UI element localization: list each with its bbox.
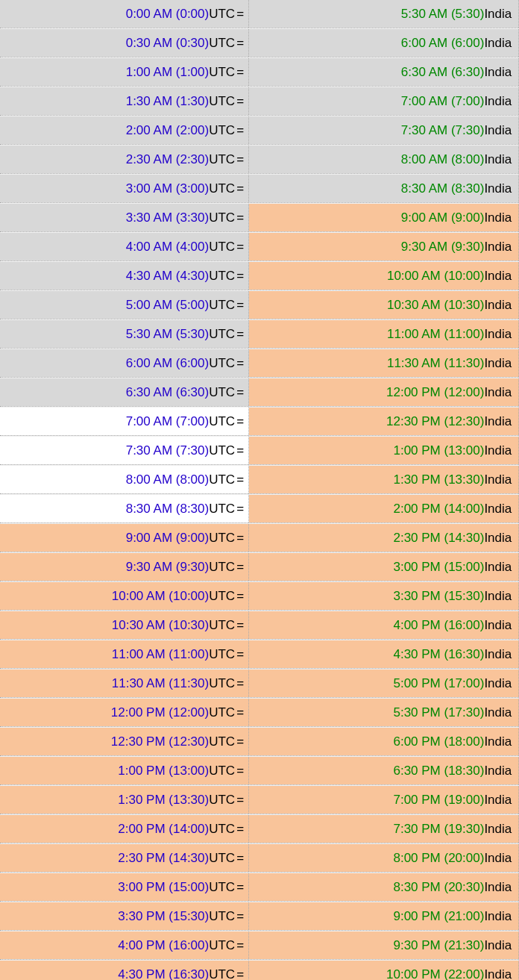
utc-time: 12:30 PM (12:30) <box>111 734 209 749</box>
utc-cell: 8:30 AM (8:30) UTC = <box>0 495 249 522</box>
india-time: 11:30 AM (11:30) <box>387 356 484 371</box>
utc-label: UTC <box>209 36 235 51</box>
table-row: 1:30 AM (1:30) UTC =7:00 AM (7:00) India <box>0 87 519 116</box>
india-cell: 10:00 AM (10:00) India <box>249 262 519 290</box>
equals-sign: = <box>236 7 244 22</box>
india-label: India <box>484 647 512 662</box>
table-row: 4:30 PM (16:30) UTC =10:00 PM (22:00) In… <box>0 961 519 980</box>
india-cell: 3:30 PM (15:30) India <box>249 582 519 610</box>
india-time: 9:00 AM (9:00) <box>401 210 485 225</box>
timezone-conversion-table: 0:00 AM (0:00) UTC =5:30 AM (5:30) India… <box>0 0 519 980</box>
utc-time: 4:30 AM (4:30) <box>126 269 210 284</box>
equals-sign: = <box>236 618 244 633</box>
utc-label: UTC <box>209 327 235 342</box>
india-cell: 2:00 PM (14:00) India <box>249 495 519 522</box>
india-cell: 12:30 PM (12:30) India <box>249 408 519 435</box>
utc-cell: 12:00 PM (12:00) UTC = <box>0 699 249 726</box>
utc-time: 8:00 AM (8:00) <box>126 472 210 487</box>
equals-sign: = <box>236 181 244 196</box>
utc-time: 3:30 AM (3:30) <box>126 210 210 225</box>
utc-time: 11:30 AM (11:30) <box>112 676 209 691</box>
utc-label: UTC <box>209 356 235 371</box>
utc-cell: 1:00 PM (13:00) UTC = <box>0 757 249 784</box>
utc-label: UTC <box>209 414 235 429</box>
equals-sign: = <box>236 967 244 981</box>
utc-label: UTC <box>209 7 235 22</box>
utc-label: UTC <box>209 65 235 80</box>
equals-sign: = <box>236 123 244 138</box>
india-label: India <box>484 152 512 167</box>
utc-time: 9:30 AM (9:30) <box>126 560 210 575</box>
utc-time: 4:00 PM (16:00) <box>118 938 209 953</box>
utc-label: UTC <box>209 705 235 720</box>
india-time: 6:30 PM (18:30) <box>393 764 484 778</box>
india-time: 1:30 PM (13:30) <box>393 472 484 487</box>
utc-label: UTC <box>209 967 235 981</box>
india-cell: 8:30 AM (8:30) India <box>249 175 519 202</box>
india-label: India <box>484 298 512 313</box>
table-row: 12:30 PM (12:30) UTC =6:00 PM (18:00) In… <box>0 728 519 756</box>
table-row: 10:00 AM (10:00) UTC =3:30 PM (15:30) In… <box>0 582 519 611</box>
india-time: 4:30 PM (16:30) <box>393 647 484 662</box>
india-label: India <box>484 502 512 516</box>
india-label: India <box>484 210 512 225</box>
india-cell: 5:00 PM (17:00) India <box>249 670 519 697</box>
utc-cell: 11:30 AM (11:30) UTC = <box>0 670 249 697</box>
india-cell: 6:30 PM (18:30) India <box>249 757 519 784</box>
utc-cell: 6:00 AM (6:00) UTC = <box>0 349 249 377</box>
india-label: India <box>484 764 512 778</box>
india-time: 1:00 PM (13:00) <box>393 443 484 458</box>
equals-sign: = <box>236 385 244 400</box>
utc-time: 12:00 PM (12:00) <box>111 705 209 720</box>
utc-label: UTC <box>209 240 235 255</box>
equals-sign: = <box>236 764 244 778</box>
utc-time: 1:00 PM (13:00) <box>118 764 209 778</box>
table-row: 10:30 AM (10:30) UTC =4:00 PM (16:00) In… <box>0 611 519 640</box>
equals-sign: = <box>236 793 244 808</box>
utc-cell: 2:00 PM (14:00) UTC = <box>0 815 249 843</box>
table-row: 3:00 PM (15:00) UTC =8:30 PM (20:30) Ind… <box>0 873 519 902</box>
india-time: 10:30 AM (10:30) <box>387 298 484 313</box>
utc-time: 3:00 PM (15:00) <box>118 880 209 895</box>
india-time: 7:00 PM (19:00) <box>393 793 484 808</box>
india-label: India <box>484 734 512 749</box>
utc-time: 9:00 AM (9:00) <box>126 531 210 546</box>
utc-time: 6:00 AM (6:00) <box>126 356 210 371</box>
utc-cell: 7:00 AM (7:00) UTC = <box>0 408 249 435</box>
india-time: 3:30 PM (15:30) <box>393 589 484 604</box>
equals-sign: = <box>236 822 244 837</box>
utc-label: UTC <box>209 647 235 662</box>
india-cell: 4:30 PM (16:30) India <box>249 640 519 668</box>
india-time: 6:30 AM (6:30) <box>401 65 485 80</box>
table-row: 9:00 AM (9:00) UTC =2:30 PM (14:30) Indi… <box>0 524 519 552</box>
utc-cell: 0:30 AM (0:30) UTC = <box>0 29 249 57</box>
india-time: 7:00 AM (7:00) <box>401 94 485 109</box>
utc-cell: 4:30 AM (4:30) UTC = <box>0 262 249 290</box>
table-row: 4:00 AM (4:00) UTC =9:30 AM (9:30) India <box>0 233 519 261</box>
utc-cell: 0:00 AM (0:00) UTC = <box>0 0 249 28</box>
india-label: India <box>484 414 512 429</box>
india-time: 4:00 PM (16:00) <box>393 618 484 633</box>
utc-cell: 12:30 PM (12:30) UTC = <box>0 728 249 755</box>
utc-time: 10:30 AM (10:30) <box>112 618 209 633</box>
equals-sign: = <box>236 240 244 255</box>
table-row: 1:00 AM (1:00) UTC =6:30 AM (6:30) India <box>0 58 519 87</box>
table-row: 7:30 AM (7:30) UTC =1:00 PM (13:00) Indi… <box>0 437 519 465</box>
table-row: 8:30 AM (8:30) UTC =2:00 PM (14:00) Indi… <box>0 495 519 523</box>
utc-cell: 11:00 AM (11:00) UTC = <box>0 640 249 668</box>
utc-label: UTC <box>209 764 235 778</box>
utc-label: UTC <box>209 298 235 313</box>
utc-time: 7:30 AM (7:30) <box>126 443 210 458</box>
india-time: 8:00 PM (20:00) <box>393 851 484 866</box>
india-time: 5:00 PM (17:00) <box>393 676 484 691</box>
india-label: India <box>484 705 512 720</box>
table-row: 5:00 AM (5:00) UTC =10:30 AM (10:30) Ind… <box>0 291 519 319</box>
india-time: 10:00 PM (22:00) <box>386 967 484 981</box>
utc-cell: 6:30 AM (6:30) UTC = <box>0 378 249 406</box>
utc-cell: 10:00 AM (10:00) UTC = <box>0 582 249 610</box>
india-cell: 7:30 AM (7:30) India <box>249 116 519 144</box>
utc-label: UTC <box>209 909 235 924</box>
india-label: India <box>484 822 512 837</box>
india-time: 12:00 PM (12:00) <box>386 385 484 400</box>
india-label: India <box>484 589 512 604</box>
